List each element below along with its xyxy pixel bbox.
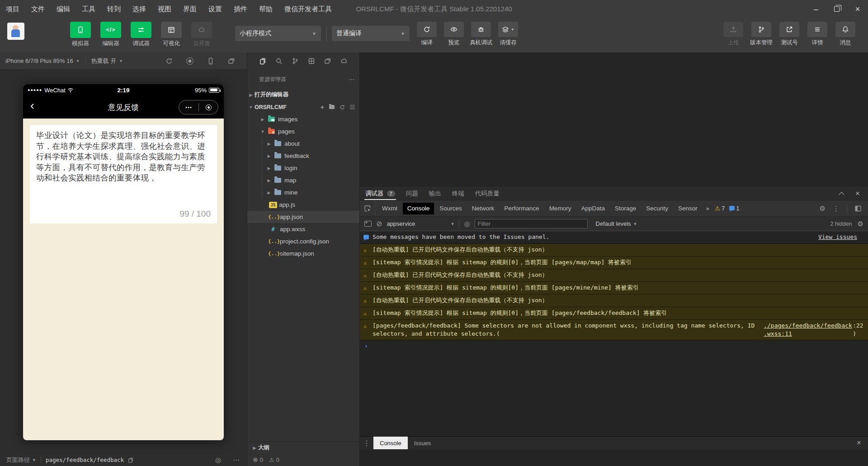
- clear-console-icon[interactable]: ⊘: [376, 219, 382, 228]
- menu-item-3[interactable]: 工具: [76, 0, 101, 18]
- menu-item-0[interactable]: 项目: [0, 0, 25, 18]
- compile-button[interactable]: [417, 22, 437, 37]
- log-levels-select[interactable]: Default levels ▼: [596, 220, 637, 227]
- tree-item-app.json[interactable]: {..}app.json: [247, 211, 359, 223]
- menu-item-6[interactable]: 视图: [152, 0, 177, 18]
- preview-action[interactable]: 预览: [442, 22, 466, 47]
- menu-item-7[interactable]: 界面: [177, 0, 203, 18]
- tree-item-images[interactable]: ▶images: [247, 113, 359, 125]
- watch-icon[interactable]: ◎: [215, 456, 221, 464]
- settings-gear-icon[interactable]: ⚙: [820, 204, 826, 213]
- messages-button[interactable]: [835, 22, 855, 37]
- cloud-button[interactable]: [191, 22, 212, 38]
- view-issues-link[interactable]: View issues: [818, 233, 863, 241]
- maximize-button[interactable]: [826, 0, 847, 18]
- menu-item-11[interactable]: 微信开发者工具: [278, 0, 338, 18]
- compile-mode-select[interactable]: 普通编译 ▼: [332, 26, 410, 41]
- problems-status[interactable]: ⊗0 ⚠0: [247, 453, 359, 466]
- version-control-button[interactable]: [751, 22, 771, 37]
- more-dots-icon[interactable]: •••: [185, 105, 192, 110]
- refresh-icon[interactable]: [340, 105, 345, 110]
- toggle-visualizer[interactable]: 可视化: [160, 22, 183, 48]
- remote-debug-action[interactable]: 真机调试: [469, 22, 493, 47]
- devtools-tab-sources[interactable]: Sources: [435, 203, 467, 214]
- new-folder-icon[interactable]: [329, 105, 335, 109]
- close-button[interactable]: ×: [847, 0, 868, 18]
- copy-icon[interactable]: [127, 457, 134, 463]
- debugger-tab-4[interactable]: 代码质量: [470, 187, 505, 200]
- new-file-icon[interactable]: +: [321, 104, 324, 111]
- devtools-tab-network[interactable]: Network: [467, 203, 499, 214]
- search-icon[interactable]: [275, 57, 283, 65]
- console-prompt[interactable]: ›: [360, 340, 868, 352]
- toggle-debugger[interactable]: 调试器: [129, 22, 153, 48]
- tree-item-login[interactable]: ▶login: [247, 162, 359, 174]
- devtools-tab-memory[interactable]: Memory: [545, 203, 576, 214]
- compile-action[interactable]: 编译: [415, 22, 439, 47]
- more-icon[interactable]: ⋯: [349, 76, 355, 83]
- debugger-button[interactable]: [131, 22, 151, 38]
- tree-item-mine[interactable]: ▶mine: [247, 186, 359, 199]
- test-account-action[interactable]: 测试号: [778, 22, 801, 47]
- grid-icon[interactable]: [308, 57, 315, 65]
- tree-item-sitemap.json[interactable]: {..}sitemap.json: [247, 247, 359, 260]
- menu-item-1[interactable]: 文件: [25, 0, 51, 18]
- minimize-capsule-icon[interactable]: [206, 105, 212, 110]
- remote-debug-button[interactable]: [471, 22, 491, 37]
- devtools-tab-wxml[interactable]: Wxml: [377, 203, 402, 214]
- more-tabs-icon[interactable]: »: [703, 205, 713, 212]
- stop-icon[interactable]: [186, 57, 193, 65]
- clear-cache-action[interactable]: ▼ 清缓存: [496, 22, 520, 47]
- version-control-action[interactable]: 版本管理: [750, 22, 773, 47]
- menu-item-10[interactable]: 帮助: [253, 0, 278, 18]
- editor-button[interactable]: </>: [100, 22, 121, 38]
- kebab-menu-icon[interactable]: ⋮: [360, 437, 373, 449]
- source-link[interactable]: ./pages/feedback/feedback.wxss:11: [764, 322, 853, 338]
- toggle-cloud[interactable]: 云开发: [190, 22, 213, 48]
- drawer-tab-console[interactable]: Console: [373, 437, 408, 449]
- visual-button[interactable]: [161, 22, 182, 38]
- windows-icon[interactable]: [324, 57, 331, 65]
- collapse-all-icon[interactable]: [350, 107, 355, 108]
- context-select[interactable]: appservice ▼: [387, 220, 454, 227]
- clear-cache-button[interactable]: ▼: [498, 22, 518, 37]
- tree-item-feedback[interactable]: ▶feedback: [247, 150, 359, 162]
- debugger-tab-1[interactable]: 问题: [401, 187, 424, 200]
- devtools-tab-sensor[interactable]: Sensor: [674, 203, 702, 214]
- simulator-button[interactable]: [70, 22, 91, 38]
- debugger-tab-3[interactable]: 终端: [447, 187, 470, 200]
- restart-icon[interactable]: [165, 57, 173, 65]
- tree-item-app.js[interactable]: JSapp.js: [247, 199, 359, 211]
- upload-action[interactable]: 上传: [722, 22, 745, 47]
- hot-reload-toggle[interactable]: 热重载 开 ▼: [86, 52, 129, 69]
- cloud-icon[interactable]: [340, 57, 348, 65]
- kebab-menu-icon[interactable]: ⋮: [833, 204, 840, 213]
- dock-side-icon[interactable]: [854, 205, 862, 212]
- drawer-tab-issues[interactable]: Issues: [408, 437, 438, 449]
- more-icon[interactable]: ⋯: [233, 456, 240, 464]
- git-branch-icon[interactable]: [292, 57, 299, 65]
- inspect-element-icon[interactable]: [360, 200, 375, 216]
- close-icon[interactable]: ×: [855, 190, 860, 197]
- files-icon[interactable]: [259, 57, 266, 65]
- menu-item-9[interactable]: 插件: [228, 0, 253, 18]
- devtools-tab-console[interactable]: Console: [403, 203, 434, 214]
- open-editors-section[interactable]: ▶ 打开的编辑器: [247, 89, 359, 101]
- outline-section[interactable]: ▶ 大纲: [247, 442, 359, 453]
- menu-item-5[interactable]: 选择: [127, 0, 152, 18]
- feedback-textarea[interactable]: 毕业设计（论文）是实现培养目标的重要教学环节，在培养大学生探求真理、强化社会意识…: [30, 125, 217, 223]
- menu-item-2[interactable]: 编辑: [51, 0, 76, 18]
- tree-item-map[interactable]: ▶map: [247, 174, 359, 186]
- tree-item-app.wxss[interactable]: #app.wxss: [247, 223, 359, 235]
- project-root[interactable]: ▼ ORSRLCMF +: [247, 101, 359, 113]
- info-badge[interactable]: 1: [729, 205, 739, 212]
- devtools-tab-security[interactable]: Security: [642, 203, 673, 214]
- chevron-down-icon[interactable]: ▼: [32, 458, 36, 462]
- close-drawer-icon[interactable]: ×: [850, 437, 868, 449]
- user-avatar[interactable]: [7, 23, 24, 40]
- upload-button[interactable]: [723, 22, 743, 37]
- devtools-tab-appdata[interactable]: AppData: [576, 203, 609, 214]
- details-action[interactable]: 详情: [806, 22, 829, 47]
- tree-item-about[interactable]: ▶about: [247, 138, 359, 150]
- toggle-simulator[interactable]: 模拟器: [69, 22, 92, 48]
